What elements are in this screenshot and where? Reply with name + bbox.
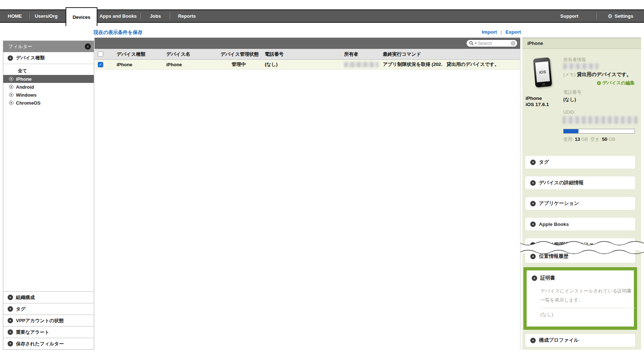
edit-device-link[interactable]: デバイスの編集 <box>597 80 635 86</box>
storage-used-fill <box>564 129 578 133</box>
section-apple-books[interactable]: Apple Books <box>525 217 636 231</box>
filter-section-label: タグ <box>16 306 26 312</box>
device-table-area: ▼ デバイス種類 デバイス名 デバイス管理状態 電話番号 所有者 最終実行コマン… <box>95 38 520 350</box>
cell-owner-redacted <box>344 62 379 67</box>
filter-section-tags[interactable]: タグ <box>3 303 94 315</box>
export-link[interactable]: Export <box>505 29 521 35</box>
cell-last-command: アプリ制限状況を取得 (202… <box>379 61 442 68</box>
table-header-row: デバイス種類 デバイス名 デバイス管理状態 電話番号 所有者 最終実行コマンド <box>95 49 520 60</box>
column-header-last-command[interactable]: 最終実行コマンド <box>379 51 442 58</box>
column-header-mgmt-status[interactable]: デバイス管理状態 <box>217 51 261 58</box>
section-config-profile[interactable]: 構成プロファイル <box>525 333 636 347</box>
device-model-os: iPhone iOS 17.6.1 <box>526 95 549 108</box>
filter-section-saved-filters[interactable]: 保存されたフィルター <box>3 338 94 349</box>
cell-note: 貸出用のデバイスです。 <box>442 61 520 68</box>
search-icon <box>469 41 474 46</box>
chevron-up-icon <box>8 55 13 61</box>
gear-icon: ⚙ <box>608 13 612 19</box>
collapse-sidebar-button[interactable] <box>85 43 91 50</box>
column-header-device-type[interactable]: デバイス種類 <box>113 51 162 58</box>
device-type-android[interactable]: Android <box>3 83 94 91</box>
phone-number-value: (なし) <box>563 96 576 103</box>
filter-section-label: 組織構成 <box>16 294 35 301</box>
chevron-down-icon <box>8 341 13 346</box>
device-info-area: iOS iPhone iOS 17.6.1 所有者情報 (メモ) 貸出用のデバイ… <box>522 49 641 147</box>
nav-settings[interactable]: ⚙ Settings <box>597 13 644 19</box>
panel-header: iPhone <box>522 38 641 49</box>
radio-selected-icon <box>9 77 13 81</box>
section-applications[interactable]: アプリケーション <box>525 197 636 210</box>
row-checkbox-checked[interactable] <box>98 62 103 67</box>
device-type-label: iPhone <box>16 76 32 82</box>
search-clear-icon[interactable] <box>511 41 515 46</box>
tab-home[interactable]: HOME <box>0 13 30 19</box>
section-label: アプリ管理設定プロファイル <box>539 241 603 248</box>
storage-used-value: 13 <box>575 136 580 142</box>
select-all-checkbox[interactable] <box>98 51 103 57</box>
cell-device-name: iPhone <box>162 62 217 67</box>
radio-icon <box>9 101 13 105</box>
cell-phone-number: (なし) <box>261 61 340 68</box>
edit-device-icon <box>597 81 601 85</box>
column-header-owner[interactable]: 所有者 <box>340 51 379 58</box>
device-type-iphone[interactable]: iPhone <box>3 75 94 83</box>
device-type-chromeos[interactable]: ChromeOS <box>3 99 94 107</box>
section-tags[interactable]: タグ <box>525 155 636 169</box>
device-detail-panel: iPhone iOS iPhone iOS 17.6.1 所有者情報 (メモ) … <box>522 38 641 350</box>
storage-unit: GB <box>581 137 588 142</box>
tab-jobs[interactable]: Jobs <box>141 13 170 19</box>
device-type-windows[interactable]: Windows <box>3 91 94 99</box>
memo-value: 貸出用のデバイスです。 <box>577 72 632 77</box>
radio-icon <box>9 85 13 89</box>
filter-section-organization[interactable]: 組織構成 <box>3 291 94 303</box>
panel-title: iPhone <box>527 41 543 46</box>
device-type-all[interactable]: 全て <box>3 67 94 75</box>
udid-label: UDID <box>563 110 574 115</box>
search-scope-caret-icon[interactable]: ▼ <box>474 42 477 45</box>
nav-support[interactable]: Support <box>542 13 597 19</box>
tab-users-org[interactable]: Users/Org <box>30 13 62 19</box>
sidebar-spacer <box>3 108 94 291</box>
chevron-down-icon <box>530 254 536 259</box>
column-header-phone-number[interactable]: 電話番号 <box>261 51 340 58</box>
import-link[interactable]: Import <box>482 29 497 35</box>
certificates-description: デバイスにインストールされている証明書一覧を表示します。 <box>540 286 635 308</box>
memo-line: (メモ) 貸出用のデバイスです。 <box>563 71 631 78</box>
column-header-device-name[interactable]: デバイス名 <box>162 51 217 58</box>
tab-reports[interactable]: Reports <box>170 13 204 19</box>
table-row[interactable]: iPhone iPhone 管理中 (なし) アプリ制限状況を取得 (202… … <box>95 60 520 70</box>
tab-devices-active[interactable]: Devices <box>66 7 97 26</box>
filter-section-device-type[interactable]: デバイス種類 <box>3 52 94 64</box>
section-location-history[interactable]: 位置情報履歴 <box>525 249 636 263</box>
section-device-details[interactable]: デバイスの詳細情報 <box>525 176 636 190</box>
udid-redacted <box>563 116 637 124</box>
filter-section-important-alerts[interactable]: 重要なアラート <box>3 326 94 338</box>
certificates-empty-value: (なし) <box>540 311 629 318</box>
storage-free-label: 空き: <box>590 137 601 142</box>
tab-apps-and-books[interactable]: Apps and Books <box>96 13 141 19</box>
section-label: 位置情報履歴 <box>539 253 568 260</box>
top-navigation: HOME Users/Org Devices Apps and Books Jo… <box>0 9 644 23</box>
owner-info-redacted <box>563 63 598 69</box>
chevron-down-icon <box>8 329 13 335</box>
cell-mgmt-status: 管理中 <box>217 61 261 68</box>
chevron-down-icon <box>530 242 536 248</box>
filter-section-vpp-account[interactable]: VPPアカウントの状態 <box>3 315 94 326</box>
search-box[interactable]: ▼ <box>466 39 518 47</box>
section-certificates-highlighted: 証明書 デバイスにインストールされている証明書一覧を表示します。 (なし) <box>523 267 637 330</box>
chevron-down-icon <box>530 201 536 206</box>
cell-device-type: iPhone <box>113 62 162 67</box>
import-export-links: Import | Export <box>482 29 521 35</box>
chevron-down-icon <box>530 222 536 227</box>
filter-section-label: VPPアカウントの状態 <box>16 317 64 324</box>
certificates-header[interactable]: 証明書 <box>532 275 629 281</box>
storage-usage-text: 使用: 13 GB 空き: 50 GB <box>563 136 615 143</box>
storage-free-value: 50 <box>602 136 607 142</box>
filter-section-label: 保存されたフィルター <box>16 341 64 347</box>
save-view-conditions-link[interactable]: 現在の表示条件を保存 <box>93 29 143 36</box>
chevron-down-icon <box>530 160 536 165</box>
device-type-label: ChromeOS <box>16 100 41 106</box>
settings-label: Settings <box>615 13 633 19</box>
chevron-down-icon <box>8 295 13 300</box>
search-input[interactable] <box>478 41 510 46</box>
